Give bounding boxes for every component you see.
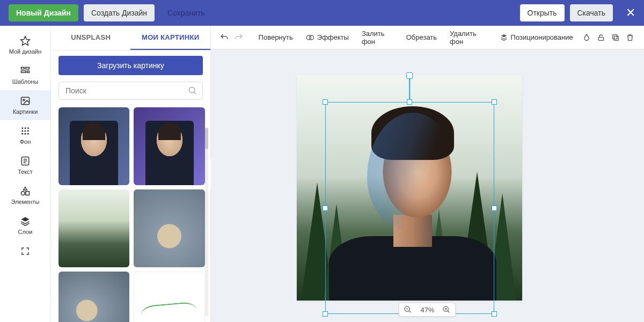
create-design-button[interactable]: Создать Дизайн <box>84 4 155 21</box>
canvas-toolbar: Повернуть Эффекты Залить фон Обрезать Уд… <box>211 26 644 49</box>
effects-button[interactable]: Эффекты <box>301 30 354 45</box>
scrollbar-thumb[interactable] <box>205 128 208 149</box>
svg-line-31 <box>409 311 411 312</box>
lock-button[interactable] <box>595 30 608 45</box>
nav-label: Текст <box>18 169 33 175</box>
expand-icon <box>20 246 31 257</box>
svg-rect-1 <box>21 67 24 69</box>
star-icon <box>20 35 31 46</box>
tab-my-images[interactable]: МОИ КАРТИНКИ <box>130 26 210 50</box>
save-button: Сохранить <box>160 4 213 21</box>
svg-rect-22 <box>26 192 30 195</box>
templates-icon <box>20 65 31 76</box>
crop-button[interactable]: Обрезать <box>401 30 442 45</box>
svg-point-9 <box>27 127 29 129</box>
search-icon <box>188 86 197 96</box>
zoom-control: 47% <box>399 303 456 317</box>
nav-layers[interactable]: Слои <box>0 210 50 240</box>
resize-handle-tl[interactable] <box>323 99 328 105</box>
nav-label: Мой дизайн <box>9 48 42 55</box>
zoom-in-button[interactable] <box>442 305 451 314</box>
image-gallery <box>51 105 210 322</box>
svg-rect-3 <box>21 71 25 72</box>
nav-label: Элементы <box>11 199 40 205</box>
gallery-thumb[interactable] <box>58 272 129 322</box>
zoom-out-button[interactable] <box>404 305 412 314</box>
rotate-button[interactable]: Повернуть <box>253 30 298 45</box>
open-button[interactable]: Открыть <box>520 4 565 21</box>
images-panel: UNSPLASH МОИ КАРТИНКИ Загрузить картинку <box>51 26 211 322</box>
nav-my-design[interactable]: Мой дизайн <box>0 30 50 60</box>
gallery-thumb[interactable] <box>58 189 129 267</box>
undo-button[interactable] <box>218 30 231 45</box>
tab-unsplash[interactable]: UNSPLASH <box>51 26 130 50</box>
nav-background[interactable]: Фон <box>0 120 50 150</box>
svg-marker-0 <box>21 36 30 46</box>
opacity-button[interactable] <box>581 30 593 45</box>
nav-text[interactable]: Текст <box>0 150 50 180</box>
rotate-line <box>409 79 411 99</box>
zoom-value: 47% <box>418 306 437 314</box>
svg-point-12 <box>27 130 29 132</box>
svg-rect-27 <box>599 37 604 40</box>
close-icon[interactable]: ✕ <box>626 6 635 20</box>
svg-point-13 <box>21 133 23 135</box>
new-design-button[interactable]: Новый Дизайн <box>9 4 78 21</box>
selection-box[interactable] <box>325 102 494 314</box>
nav-label: Фон <box>20 138 31 145</box>
redo-button[interactable] <box>233 30 245 45</box>
shapes-icon <box>20 186 31 196</box>
svg-rect-2 <box>26 67 30 69</box>
effects-icon <box>306 33 314 42</box>
svg-point-14 <box>24 133 26 135</box>
canvas-stage[interactable]: 47% <box>211 49 644 322</box>
positioning-label: Позиционирование <box>511 33 573 41</box>
svg-point-26 <box>309 35 313 40</box>
svg-point-11 <box>24 130 26 132</box>
gallery-thumb[interactable] <box>58 107 129 185</box>
gallery-thumb[interactable] <box>134 272 204 322</box>
nav-templates[interactable]: Шаблоны <box>0 60 50 90</box>
svg-point-23 <box>189 87 195 93</box>
nav-images[interactable]: Картинки <box>0 90 50 120</box>
resize-handle-bl[interactable] <box>323 311 328 317</box>
resize-handle-mr[interactable] <box>492 206 497 211</box>
rotate-handle[interactable] <box>406 72 413 79</box>
gallery-thumb[interactable] <box>134 189 204 267</box>
upload-image-button[interactable]: Загрузить картинку <box>58 56 203 75</box>
remove-bg-button[interactable]: Удалить фон <box>444 26 490 49</box>
svg-rect-29 <box>613 34 617 39</box>
resize-handle-tm[interactable] <box>407 99 412 105</box>
duplicate-button[interactable] <box>610 30 622 45</box>
svg-point-10 <box>21 130 23 132</box>
svg-marker-20 <box>24 187 27 191</box>
svg-point-6 <box>23 99 25 101</box>
canvas-area: Повернуть Эффекты Залить фон Обрезать Уд… <box>211 26 644 322</box>
layers-icon <box>500 33 508 42</box>
nav-expand[interactable] <box>0 240 50 262</box>
resize-handle-tr[interactable] <box>492 99 497 105</box>
positioning-button[interactable]: Позиционирование <box>494 30 579 45</box>
download-button[interactable]: Скачать <box>570 4 613 21</box>
svg-rect-5 <box>21 97 29 104</box>
nav-elements[interactable]: Элементы <box>0 180 50 210</box>
fill-bg-button[interactable]: Залить фон <box>356 26 399 49</box>
search-input[interactable] <box>58 82 203 100</box>
top-bar: Новый Дизайн Создать Дизайн Сохранить От… <box>0 0 644 26</box>
svg-rect-4 <box>27 71 29 72</box>
image-icon <box>20 96 31 106</box>
resize-handle-br[interactable] <box>492 311 497 317</box>
svg-rect-28 <box>614 36 619 40</box>
delete-button[interactable] <box>624 30 636 45</box>
layers-icon <box>20 216 31 226</box>
nav-label: Картинки <box>13 108 38 115</box>
gallery-thumb[interactable] <box>134 107 204 185</box>
left-nav: Мой дизайн Шаблоны Картинки Фон Текст <box>0 26 51 322</box>
nav-label: Слои <box>18 229 33 235</box>
svg-point-7 <box>21 127 23 129</box>
text-icon <box>20 156 31 166</box>
grid-icon <box>20 126 31 136</box>
resize-handle-ml[interactable] <box>323 206 328 211</box>
svg-line-34 <box>448 311 449 312</box>
image-source-tabs: UNSPLASH МОИ КАРТИНКИ <box>51 26 210 50</box>
